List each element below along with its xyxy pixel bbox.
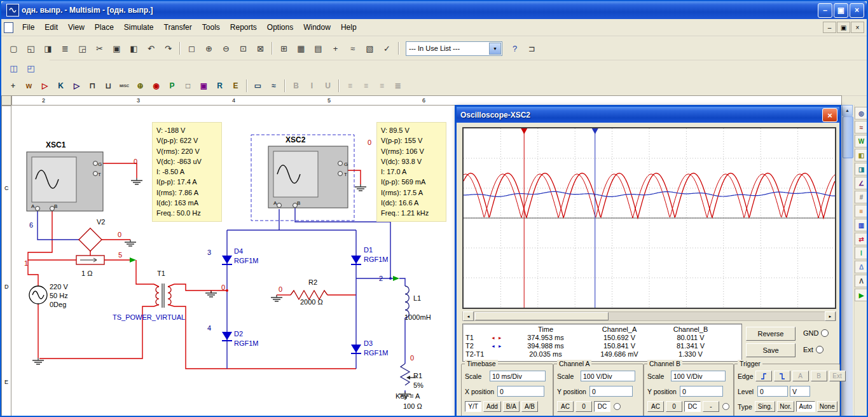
- place-power-icon[interactable]: P: [165, 79, 179, 93]
- t2-cursor-spinner[interactable]: ◄ ►: [491, 342, 507, 350]
- place-misc-digital-icon[interactable]: MISC: [117, 79, 132, 93]
- place-diode-icon[interactable]: ▷: [38, 79, 52, 93]
- multimeter-icon[interactable]: ◎: [855, 107, 868, 120]
- menu-place[interactable]: Place: [90, 21, 119, 34]
- function-generator-icon[interactable]: ≈: [855, 121, 868, 133]
- menu-view[interactable]: View: [63, 21, 90, 34]
- channel-b-zero-button[interactable]: 0: [666, 401, 682, 412]
- cut-icon[interactable]: ✂: [92, 41, 107, 57]
- oscilloscope-window[interactable]: Oscilloscope-XSC2 × ◄ ► Time Channel_A C…: [455, 105, 841, 417]
- scope-scrollbar[interactable]: ◄ ►: [462, 311, 836, 321]
- open-file-icon[interactable]: ◱: [23, 41, 39, 57]
- scroll-right-icon[interactable]: ►: [825, 311, 836, 321]
- channel-b-minus-button[interactable]: -: [703, 401, 719, 412]
- frequency-counter-icon[interactable]: #: [855, 191, 868, 203]
- window-tile-icon[interactable]: ◫: [6, 60, 22, 76]
- menu-help[interactable]: Help: [336, 21, 362, 34]
- channel-a-dc-button[interactable]: DC: [594, 401, 610, 412]
- trigger-level-input[interactable]: 0: [757, 386, 788, 397]
- full-screen-icon[interactable]: ◻: [184, 41, 200, 57]
- place-misc-components-icon[interactable]: □: [181, 79, 195, 93]
- component-wizard-icon[interactable]: ⊐: [524, 41, 540, 57]
- paste-icon[interactable]: ◧: [126, 41, 142, 57]
- channel-a-zero-button[interactable]: 0: [575, 401, 592, 412]
- ac-source-220v[interactable]: [29, 286, 47, 304]
- trigger-single-button[interactable]: Sing.: [755, 401, 775, 412]
- menu-reports[interactable]: Reports: [225, 21, 262, 34]
- timebase-add-button[interactable]: Add: [483, 401, 501, 412]
- zoom-out-icon[interactable]: ⊖: [218, 41, 234, 57]
- channel-b-ac-button[interactable]: AC: [647, 401, 664, 412]
- mdi-restore-button[interactable]: ▣: [837, 22, 850, 33]
- menu-edit[interactable]: Edit: [39, 21, 63, 34]
- zoom-area-icon[interactable]: ⊡: [235, 41, 251, 57]
- hierarchical-block-icon[interactable]: ▭: [251, 79, 265, 93]
- undo-icon[interactable]: ↶: [143, 41, 159, 57]
- t1-cursor-spinner[interactable]: ◄ ►: [491, 334, 507, 342]
- timebase-x-position-input[interactable]: 0: [497, 386, 544, 397]
- grapher-icon[interactable]: ≈: [345, 41, 361, 57]
- timebase-scale-input[interactable]: 10 ms/Div: [490, 371, 546, 381]
- database-manager-icon[interactable]: ▤: [310, 41, 326, 57]
- place-cmos-icon[interactable]: ⊔: [101, 79, 116, 93]
- wattmeter-icon[interactable]: W: [855, 135, 868, 147]
- place-indicator-icon[interactable]: ◉: [149, 79, 163, 93]
- iv-analyzer-icon[interactable]: I: [855, 247, 868, 259]
- channel-b-scale-input[interactable]: 100 V/Div: [671, 371, 726, 381]
- channel-b-y-position-input[interactable]: 0: [680, 386, 723, 397]
- place-ttl-icon[interactable]: ⊓: [85, 79, 100, 93]
- dropdown-arrow-icon[interactable]: ▼: [489, 43, 501, 55]
- menu-options[interactable]: Options: [262, 21, 298, 34]
- minimize-button[interactable]: –: [818, 3, 832, 18]
- print-preview-icon[interactable]: ◲: [74, 41, 90, 57]
- trigger-level-unit[interactable]: V: [790, 386, 810, 397]
- timebase-yt-button[interactable]: Y/T: [465, 401, 481, 412]
- in-use-list-dropdown[interactable]: --- In Use List --- ▼: [406, 41, 502, 56]
- place-rf-icon[interactable]: R: [212, 79, 227, 93]
- place-basic-icon[interactable]: w: [22, 79, 36, 93]
- save-icon[interactable]: ◨: [40, 41, 56, 57]
- diode-d2[interactable]: [222, 332, 232, 341]
- trigger-auto-button[interactable]: Auto: [796, 401, 815, 412]
- oscilloscope-icon[interactable]: ◧: [855, 149, 868, 161]
- bus-icon[interactable]: ≈: [266, 79, 281, 93]
- mdi-minimize-button[interactable]: –: [823, 22, 836, 33]
- xsc2-oscilloscope-instrument[interactable]: [268, 146, 348, 208]
- new-file-icon[interactable]: ▢: [6, 41, 22, 57]
- design-toolbox-icon[interactable]: ⊞: [276, 41, 292, 57]
- scroll-up-icon[interactable]: ▲: [842, 105, 853, 116]
- channel-a-ac-button[interactable]: AC: [557, 401, 574, 412]
- bode-plotter-icon[interactable]: ∠: [855, 177, 868, 189]
- zoom-fit-icon[interactable]: ⊠: [252, 41, 268, 57]
- close-button[interactable]: ×: [850, 3, 864, 18]
- save-button[interactable]: Save: [746, 343, 796, 357]
- measurement-probe-icon[interactable]: ▶: [855, 289, 868, 301]
- diode-d3[interactable]: [351, 345, 361, 353]
- xsc1-oscilloscope-instrument[interactable]: [27, 152, 103, 211]
- v2-source[interactable]: [79, 228, 102, 251]
- redo-icon[interactable]: ↷: [160, 41, 176, 57]
- maximize-button[interactable]: ▣: [834, 3, 848, 18]
- channel-b-dc-button[interactable]: DC: [684, 401, 701, 412]
- zoom-in-icon[interactable]: ⊕: [201, 41, 217, 57]
- timebase-ab-button[interactable]: A/B: [521, 401, 538, 412]
- oscilloscope-titlebar[interactable]: Oscilloscope-XSC2: [457, 107, 839, 123]
- logic-analyzer-icon[interactable]: ▥: [855, 219, 868, 231]
- menu-file[interactable]: File: [17, 21, 39, 34]
- create-component-icon[interactable]: +: [327, 41, 343, 57]
- channel-a-scale-input[interactable]: 100 V/Div: [581, 371, 635, 381]
- window-titlebar[interactable]: одн. выпр. - Multisim - [одн. выпр.] –▣×: [1, 1, 867, 19]
- menu-window[interactable]: Window: [298, 21, 336, 34]
- series-resistor-1ohm[interactable]: [76, 256, 104, 264]
- scrollbar-thumb[interactable]: [475, 312, 609, 320]
- place-transistor-icon[interactable]: K: [53, 79, 68, 93]
- menu-tools[interactable]: Tools: [197, 21, 225, 34]
- mdi-close-button[interactable]: ×: [851, 22, 864, 33]
- scroll-left-icon[interactable]: ◄: [463, 311, 474, 321]
- place-electromech-icon[interactable]: E: [228, 79, 243, 93]
- spreadsheet-view-icon[interactable]: ▦: [293, 41, 309, 57]
- distortion-analyzer-icon[interactable]: Δ: [855, 261, 868, 273]
- four-channel-oscilloscope-icon[interactable]: ◨: [855, 163, 868, 175]
- reverse-button[interactable]: Reverse: [746, 327, 796, 341]
- trigger-none-button[interactable]: None: [817, 401, 837, 412]
